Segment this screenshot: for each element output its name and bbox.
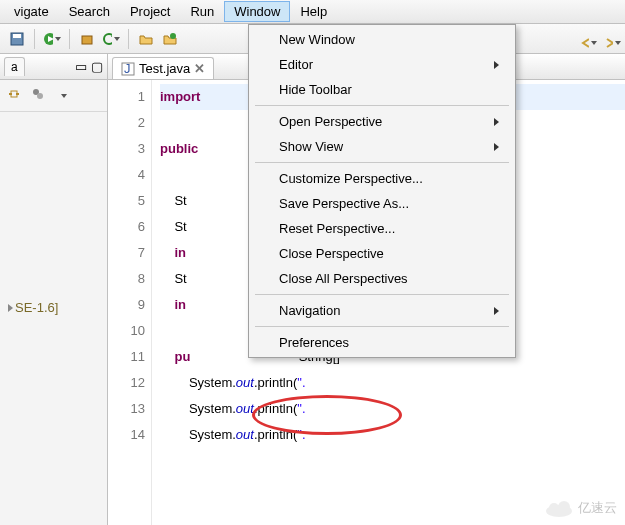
- sidebar: a ▭ ▢ SE-1.6]: [0, 54, 108, 525]
- line-gutter: 1234567891011121314: [108, 80, 152, 525]
- refresh-icon[interactable]: [102, 30, 120, 48]
- menu-run[interactable]: Run: [180, 1, 224, 22]
- menu-item-save-perspective-as-[interactable]: Save Perspective As...: [251, 191, 513, 216]
- menu-item-hide-toolbar[interactable]: Hide Toolbar: [251, 77, 513, 102]
- menu-item-open-perspective[interactable]: Open Perspective: [251, 109, 513, 134]
- menu-item-preferences[interactable]: Preferences: [251, 330, 513, 355]
- toolbar-right: [579, 30, 621, 56]
- svg-point-14: [549, 503, 559, 513]
- menu-project[interactable]: Project: [120, 1, 180, 22]
- svg-point-15: [558, 501, 570, 513]
- menu-item-new-window[interactable]: New Window: [251, 27, 513, 52]
- menu-item-close-perspective[interactable]: Close Perspective: [251, 241, 513, 266]
- tree-item[interactable]: SE-1.6]: [8, 300, 99, 315]
- menu-separator: [255, 326, 509, 327]
- open-type-icon[interactable]: [161, 30, 179, 48]
- menu-item-show-view[interactable]: Show View: [251, 134, 513, 159]
- svg-point-5: [104, 34, 112, 44]
- link-editor-icon[interactable]: [6, 86, 22, 105]
- svg-point-10: [37, 93, 43, 99]
- svg-rect-4: [82, 36, 92, 44]
- open-folder-icon[interactable]: [137, 30, 155, 48]
- java-file-icon: J: [121, 62, 135, 76]
- svg-rect-1: [13, 34, 21, 38]
- collapse-all-icon[interactable]: [30, 86, 46, 105]
- svg-point-7: [170, 33, 176, 39]
- svg-text:J: J: [124, 62, 131, 76]
- window-menu-dropdown: New WindowEditorHide ToolbarOpen Perspec…: [248, 24, 516, 358]
- menu-help[interactable]: Help: [290, 1, 337, 22]
- close-tab-icon[interactable]: ✕: [194, 61, 205, 76]
- minimize-icon[interactable]: ▭: [75, 59, 87, 74]
- forward-icon[interactable]: [603, 34, 621, 52]
- menu-window[interactable]: Window: [224, 1, 290, 22]
- back-icon[interactable]: [579, 34, 597, 52]
- package-icon[interactable]: [78, 30, 96, 48]
- sidebar-tab[interactable]: a: [4, 57, 25, 76]
- menu-item-customize-perspective-[interactable]: Customize Perspective...: [251, 166, 513, 191]
- menu-navigate[interactable]: vigate: [4, 1, 59, 22]
- run-icon[interactable]: [43, 30, 61, 48]
- editor-tab[interactable]: J Test.java ✕: [112, 57, 214, 79]
- menu-separator: [255, 162, 509, 163]
- menu-separator: [255, 294, 509, 295]
- menu-item-navigation[interactable]: Navigation: [251, 298, 513, 323]
- watermark: 亿速云: [544, 499, 617, 517]
- menubar: vigate Search Project Run Window Help: [0, 0, 625, 24]
- menu-item-editor[interactable]: Editor: [251, 52, 513, 77]
- menu-separator: [255, 105, 509, 106]
- menu-item-close-all-perspectives[interactable]: Close All Perspectives: [251, 266, 513, 291]
- cloud-icon: [544, 499, 574, 517]
- menu-item-reset-perspective-[interactable]: Reset Perspective...: [251, 216, 513, 241]
- view-menu-icon[interactable]: [54, 87, 72, 105]
- menu-search[interactable]: Search: [59, 1, 120, 22]
- save-icon[interactable]: [8, 30, 26, 48]
- maximize-icon[interactable]: ▢: [91, 59, 103, 74]
- editor-tab-label: Test.java: [139, 61, 190, 76]
